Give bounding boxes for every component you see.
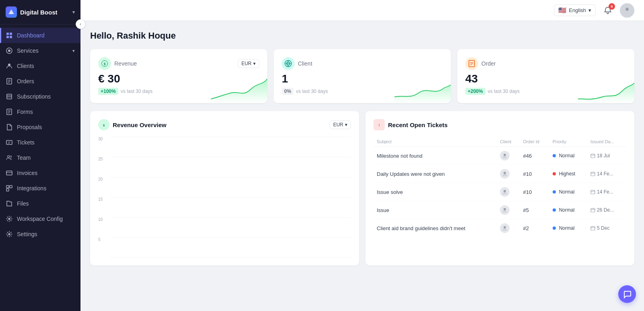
tickets-table-header-row: Subject Client Order Id Priority Issued …	[374, 137, 626, 147]
ticket-order-id: #10	[520, 183, 549, 201]
sidebar-item-team[interactable]: Team	[0, 150, 80, 165]
svg-rect-2	[6, 33, 9, 35]
sidebar-item-label: Files	[17, 200, 75, 207]
revenue-overview-currency-selector[interactable]: EUR ▾	[330, 120, 351, 129]
notifications-button[interactable]: 6	[601, 3, 615, 18]
stat-header-revenue: $ Revenue EUR ▾	[98, 57, 259, 70]
revenue-icon: $	[98, 57, 111, 70]
forms-icon	[6, 108, 13, 115]
stat-icon-label-order: Order	[465, 57, 496, 70]
ticket-priority: Normal	[549, 219, 587, 237]
settings-icon	[6, 231, 13, 238]
sidebar-item-subscriptions[interactable]: Subscriptions	[0, 89, 80, 104]
order-icon	[465, 57, 478, 70]
revenue-overview-icon: $	[98, 119, 109, 130]
svg-point-22	[10, 156, 12, 157]
ticket-order-id: #46	[520, 147, 549, 165]
stat-header-order: Order	[465, 57, 626, 70]
revenue-currency-selector[interactable]: EUR ▾	[238, 59, 259, 68]
revenue-overview-currency-value: EUR	[333, 122, 343, 128]
stat-card-client: Client 1 0% vs last 30 days	[274, 49, 451, 103]
clients-icon	[6, 62, 13, 70]
client-avatar	[500, 205, 510, 215]
y-label-10: 10	[98, 217, 110, 222]
y-label-20: 20	[98, 177, 110, 181]
client-avatar	[500, 223, 510, 233]
sidebar-item-label: Team	[17, 154, 75, 161]
stat-vs-client: vs last 30 days	[296, 89, 328, 94]
svg-point-64	[504, 226, 506, 229]
revenue-chart-title: Revenue Overview	[113, 122, 166, 128]
chat-widget-button[interactable]	[618, 285, 636, 303]
svg-point-21	[8, 156, 10, 158]
svg-rect-4	[6, 36, 9, 38]
sidebar-item-invoices[interactable]: Invoices	[0, 165, 80, 181]
svg-rect-20	[6, 140, 12, 144]
brand-logo[interactable]: Digital Boost ▾	[0, 0, 80, 25]
client-avatar	[500, 151, 510, 161]
team-icon	[6, 154, 13, 161]
table-row[interactable]: Client aid brand guidelines didn't meet …	[374, 219, 626, 237]
svg-point-7	[8, 49, 10, 52]
sidebar-item-dashboard[interactable]: Dashboard	[0, 28, 80, 43]
sidebar-item-files[interactable]: Files	[0, 196, 80, 211]
table-row[interactable]: Issue solve #10 Normal 14 Fe...	[374, 183, 626, 201]
svg-point-28	[8, 218, 10, 220]
sidebar-item-settings[interactable]: Settings	[0, 227, 80, 242]
ticket-client	[497, 201, 520, 219]
stat-label-client: Client	[298, 60, 312, 67]
sidebar-item-orders[interactable]: Orders	[0, 74, 80, 89]
sidebar-item-proposals[interactable]: Proposals	[0, 119, 80, 135]
flag-icon: 🇺🇸	[558, 6, 566, 14]
table-row[interactable]: Milestone not found #46 Normal 18 Jul	[374, 147, 626, 165]
ticket-client	[497, 165, 520, 183]
proposals-icon	[6, 124, 13, 131]
revenue-currency-value: EUR	[242, 61, 252, 66]
tickets-title: Recent Open Tickets	[388, 122, 448, 128]
svg-text:!: !	[379, 123, 380, 127]
stat-label-order: Order	[481, 60, 496, 67]
svg-rect-13	[7, 94, 12, 99]
revenue-chart-card: $ Revenue Overview EUR ▾ 30 25 20	[90, 111, 359, 266]
language-label: English	[569, 7, 586, 13]
user-avatar[interactable]	[620, 3, 634, 18]
svg-point-54	[504, 190, 506, 192]
language-chevron-icon: ▾	[588, 7, 591, 13]
col-client: Client	[497, 137, 520, 147]
sidebar-item-workspace[interactable]: Workspace Config	[0, 211, 80, 227]
sidebar-item-tickets[interactable]: Tickets	[0, 135, 80, 150]
ticket-date: 14 Fe...	[587, 183, 626, 201]
ticket-priority: Normal	[549, 201, 587, 219]
svg-point-49	[504, 172, 506, 174]
sidebar-item-label: Clients	[17, 63, 75, 69]
sidebar-collapse-button[interactable]: ‹	[76, 19, 85, 29]
svg-text:$: $	[103, 124, 105, 127]
sidebar-item-services[interactable]: Services ▾	[0, 43, 80, 58]
svg-rect-50	[591, 172, 595, 176]
svg-rect-23	[6, 171, 12, 175]
workspace-icon	[6, 215, 13, 222]
sidebar-item-label: Forms	[17, 109, 75, 115]
stat-icon-label-revenue: $ Revenue	[98, 57, 137, 70]
invoices-icon	[6, 169, 13, 177]
ticket-order-id: #10	[520, 165, 549, 183]
svg-rect-26	[10, 185, 12, 188]
y-label-25: 25	[98, 157, 110, 161]
svg-rect-45	[591, 154, 595, 158]
sidebar-item-forms[interactable]: Forms	[0, 104, 80, 119]
sidebar: Digital Boost ▾ Dashboard Services ▾ Cli…	[0, 0, 80, 311]
table-row[interactable]: Daily Updates were not given #10 Highest…	[374, 165, 626, 183]
table-row[interactable]: Issue #5 Normal 26 De...	[374, 201, 626, 219]
sidebar-item-clients[interactable]: Clients	[0, 58, 80, 74]
sidebar-item-integrations[interactable]: Integrations	[0, 181, 80, 196]
language-selector[interactable]: 🇺🇸 English ▾	[554, 4, 596, 16]
integrations-icon	[6, 185, 13, 192]
ticket-date: 5 Dec	[587, 219, 626, 237]
client-avatar	[500, 187, 510, 197]
y-axis: 30 25 20 15 10 5	[98, 137, 110, 257]
ticket-order-id: #2	[520, 219, 549, 237]
page-greeting: Hello, Rashik Hoque	[90, 31, 634, 41]
svg-rect-3	[10, 33, 12, 35]
notification-badge: 6	[609, 3, 615, 10]
col-order-id: Order Id	[520, 137, 549, 147]
